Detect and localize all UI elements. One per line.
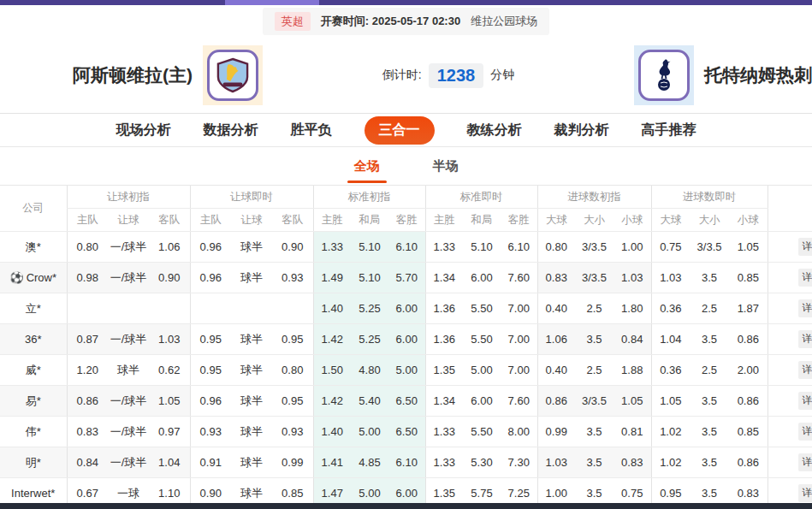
detail-button[interactable]: 详	[798, 238, 812, 256]
odds-cell-goals-initial: 0.80	[537, 232, 575, 263]
odds-cell-standard-initial: 5.00	[351, 417, 388, 447]
detail-button[interactable]: 详	[798, 330, 812, 348]
group-header-handicap-initial: 让球初指	[67, 186, 190, 209]
odds-cell-goals-initial: 3.5	[575, 447, 613, 478]
odds-cell-standard-live: 5.50	[463, 417, 501, 447]
match-info-bar: 英超 开赛时间: 2025-05-17 02:30 维拉公园球场	[263, 8, 549, 35]
odds-cell-handicap-initial: 0.97	[149, 417, 190, 447]
detail-button[interactable]: 详	[798, 453, 812, 471]
odds-cell-standard-live: 5.10	[463, 232, 501, 263]
subtab-full-time[interactable]: 全场	[353, 151, 382, 181]
odds-cell-standard-initial: 6.10	[388, 232, 425, 263]
tab-live-analysis[interactable]: 现场分析	[116, 121, 171, 139]
tab-three-in-one[interactable]: 三合一	[365, 116, 435, 145]
odds-cell-goals-initial: 0.84	[613, 324, 651, 355]
company-cell[interactable]: ⚽Crow*	[0, 263, 67, 293]
odds-cell-standard-initial: 6.10	[388, 447, 425, 478]
odds-cell-goals-initial: 3/3.5	[575, 232, 613, 263]
detail-button[interactable]: 详	[798, 361, 812, 379]
odds-cell-goals-initial: 3.5	[575, 324, 613, 355]
countdown-value: 1238	[429, 63, 484, 88]
odds-cell-standard-live: 7.60	[501, 386, 537, 417]
odds-cell-standard-initial: 1.41	[313, 447, 351, 478]
sub-header-standard-live-0: 主胜	[425, 209, 463, 232]
odds-cell-handicap-live: 0.93	[272, 417, 313, 447]
odds-cell-standard-initial: 5.40	[351, 386, 388, 417]
odds-cell-standard-live: 1.34	[425, 263, 463, 293]
odds-cell-standard-initial: 5.00	[388, 355, 425, 386]
tab-data-analysis[interactable]: 数据分析	[204, 121, 258, 139]
sub-header-goals-initial-1: 大小	[575, 209, 613, 232]
company-cell[interactable]: 36*	[0, 324, 67, 355]
odds-cell-standard-initial: 1.50	[313, 355, 351, 386]
detail-button[interactable]: 详	[798, 269, 812, 287]
odds-table: 公司让球初指让球即时标准初指标准即时进球数初指进球数即时历主队让球客队主队让球客…	[0, 186, 812, 509]
odds-cell-goals-live: 1.05	[651, 386, 690, 417]
odds-cell-goals-live: 0.85	[729, 263, 768, 293]
detail-button[interactable]: 详	[798, 392, 812, 410]
detail-button[interactable]: 详	[798, 299, 812, 317]
sub-header-standard-live-1: 和局	[463, 209, 501, 232]
odds-cell-standard-live: 1.36	[425, 324, 463, 355]
odds-cell-goals-initial: 1.03	[537, 447, 575, 478]
odds-cell-standard-initial: 1.42	[313, 324, 351, 355]
row-actions-cell: 详统	[768, 263, 812, 293]
countdown-unit: 分钟	[490, 68, 514, 83]
odds-cell-goals-initial: 1.03	[613, 263, 651, 293]
odds-cell-goals-initial: 0.40	[537, 293, 575, 324]
odds-cell-handicap-initial: 一/球半	[108, 386, 149, 417]
odds-cell-standard-initial: 5.25	[351, 324, 388, 355]
odds-cell-goals-initial: 3.5	[575, 417, 613, 447]
subtab-half-time[interactable]: 半场	[431, 151, 460, 181]
company-cell[interactable]: 易*	[0, 386, 67, 417]
scrollbar-thumb[interactable]	[225, 0, 319, 5]
odds-cell-handicap-live: 0.90	[272, 232, 313, 263]
odds-cell-handicap-initial: 0.90	[149, 263, 190, 293]
odds-cell-goals-initial: 1.88	[613, 355, 651, 386]
sub-header-goals-initial-2: 小球	[613, 209, 651, 232]
odds-cell-handicap-initial: 1.06	[149, 232, 190, 263]
tab-coach-analysis[interactable]: 教练分析	[467, 121, 522, 139]
company-cell[interactable]: 伟*	[0, 417, 67, 447]
company-cell[interactable]: 立*	[0, 293, 67, 324]
odds-cell-handicap-live: 0.96	[190, 386, 231, 417]
odds-cell-handicap-live: 球半	[231, 324, 272, 355]
company-cell[interactable]: 澳*	[0, 232, 67, 263]
table-row: 威*1.20球半0.620.95球半0.801.504.805.001.355.…	[0, 355, 812, 386]
odds-cell-goals-live: 3.5	[690, 263, 729, 293]
nav-tabs: 现场分析数据分析胜平负三合一教练分析裁判分析高手推荐	[0, 114, 812, 147]
odds-cell-handicap-live	[272, 293, 313, 324]
company-cell[interactable]: 威*	[0, 355, 67, 386]
bottom-scroll-bar[interactable]	[0, 503, 812, 509]
odds-cell-handicap-initial: 1.20	[67, 355, 108, 386]
odds-cell-handicap-initial: 一/球半	[108, 232, 149, 263]
odds-cell-goals-initial: 1.80	[613, 293, 651, 324]
tab-referee-analysis[interactable]: 裁判分析	[554, 121, 609, 139]
countdown: 倒计时: 1238 分钟	[263, 63, 634, 88]
sub-header-goals-live-1: 大小	[690, 209, 729, 232]
odds-cell-goals-live: 0.86	[729, 447, 768, 478]
odds-cell-handicap-live	[190, 293, 231, 324]
odds-cell-goals-live: 0.75	[651, 232, 690, 263]
odds-cell-standard-live: 1.35	[425, 355, 463, 386]
odds-cell-handicap-live: 球半	[231, 355, 272, 386]
table-row: 36*0.87一/球半1.030.95球半0.951.425.256.001.3…	[0, 324, 812, 355]
away-team-logo	[634, 45, 694, 105]
odds-cell-goals-initial: 0.83	[613, 447, 651, 478]
odds-cell-standard-initial: 5.10	[351, 232, 388, 263]
sub-header-handicap-live-2: 客队	[272, 209, 313, 232]
tab-expert-picks[interactable]: 高手推荐	[642, 121, 696, 139]
odds-table-container: 公司让球初指让球即时标准初指标准即时进球数初指进球数即时历主队让球客队主队让球客…	[0, 185, 812, 509]
tab-win-draw-lose[interactable]: 胜平负	[291, 121, 332, 139]
odds-cell-handicap-initial: 一/球半	[108, 324, 149, 355]
odds-cell-handicap-initial: 0.86	[67, 386, 108, 417]
row-actions-cell: 详统	[768, 324, 812, 355]
detail-button[interactable]: 详	[798, 484, 812, 502]
detail-button[interactable]: 详	[798, 423, 812, 441]
aston-villa-crest-icon	[216, 57, 249, 93]
company-cell[interactable]: 明*	[0, 447, 67, 478]
odds-cell-standard-initial: 4.80	[351, 355, 388, 386]
odds-cell-handicap-initial	[67, 293, 108, 324]
odds-cell-goals-live: 1.05	[729, 232, 768, 263]
odds-cell-handicap-initial	[149, 293, 190, 324]
